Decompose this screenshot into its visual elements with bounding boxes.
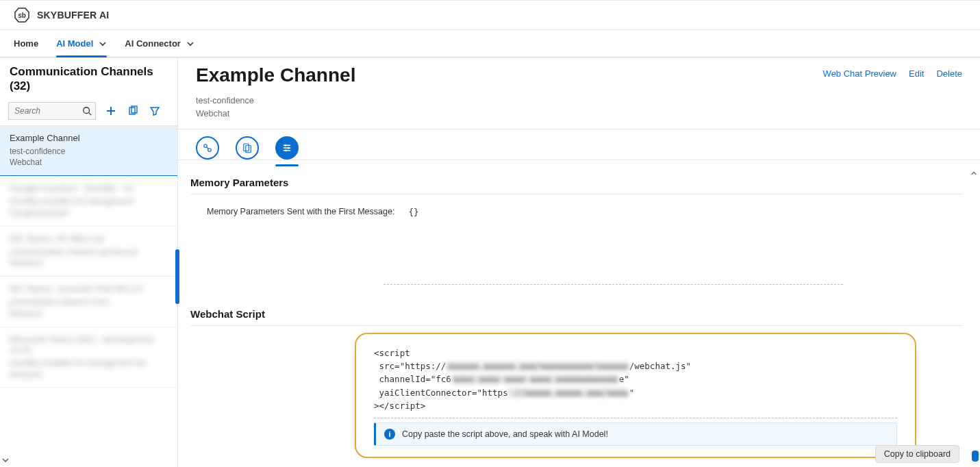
chevron-down-icon	[186, 40, 194, 48]
filter-icon[interactable]	[148, 104, 162, 118]
svg-text:sb: sb	[18, 12, 26, 19]
list-item-title: Example Channel	[10, 133, 168, 143]
list-item-sub: Webchat	[10, 157, 168, 168]
info-icon: i	[384, 429, 395, 440]
list-item-sub: shortlify-unstable-int-management-de	[10, 357, 168, 369]
list-item[interactable]: MS Teams: AP MEA-ext communication-mteam…	[0, 227, 177, 277]
brand-name: SKYBUFFER AI	[37, 10, 109, 21]
copy-icon[interactable]	[126, 104, 140, 118]
webchat-preview-link[interactable]: Web Chat Preview	[823, 68, 896, 79]
documents-tab[interactable]	[236, 136, 259, 160]
nav-ai-connector-label: AI Connector	[125, 38, 181, 49]
list-item-sub: communication-mteams-apmea-ext	[10, 247, 168, 258]
memory-params-label: Memory Parameters Sent with the First Me…	[207, 207, 394, 216]
memory-params-value: {}	[408, 207, 418, 217]
list-item-sub: Msteams	[10, 308, 168, 320]
nav-ai-model-label: AI Model	[56, 38, 93, 49]
nav-home-label: Home	[14, 38, 38, 49]
channel-list[interactable]: Example Channel test-confidence Webchat …	[0, 126, 177, 468]
main-region: Communication Channels (32) Example C	[0, 58, 980, 467]
svg-rect-11	[244, 144, 249, 151]
page-meta: test-confidence Webchat	[196, 94, 355, 121]
page-actions: Web Chat Preview Edit Delete	[823, 64, 962, 79]
list-item[interactable]: Example Channel test-confidence Webchat	[0, 126, 177, 177]
content-panel: Example Channel test-confidence Webchat …	[178, 58, 980, 467]
list-item-sub: Msteams	[10, 369, 168, 381]
nav-ai-connector[interactable]: AI Connector	[125, 30, 194, 57]
svg-point-18	[285, 149, 287, 151]
scrollbar-thumb[interactable]	[972, 451, 979, 462]
list-item-sub: Msteams	[10, 257, 168, 269]
list-item-title: Microsoft Teams (DE) · development-us-in…	[10, 334, 168, 355]
settings-tab[interactable]	[275, 136, 299, 160]
copy-to-clipboard-button[interactable]: Copy to clipboard	[875, 445, 959, 463]
nav-home[interactable]: Home	[14, 30, 38, 57]
section-header: Webchat Script	[190, 304, 962, 326]
nav-ai-model[interactable]: AI Model	[56, 30, 107, 57]
hint-text: Copy paste the script above, and speak w…	[402, 429, 608, 439]
svg-point-16	[288, 147, 290, 149]
section-divider	[384, 284, 843, 285]
svg-point-2	[84, 107, 90, 113]
svg-rect-12	[246, 145, 251, 153]
search-icon[interactable]	[82, 106, 92, 116]
list-item-title: Google Assistant · Shortlify · Int	[10, 183, 168, 193]
code-divider	[374, 418, 897, 418]
memory-parameters-section: Memory Parameters Memory Parameters Sent…	[178, 167, 980, 223]
page-meta-line1: test-confidence	[196, 96, 254, 105]
add-button[interactable]	[104, 104, 118, 118]
content-header-block: Example Channel test-confidence Webchat …	[178, 58, 980, 129]
integration-tab[interactable]	[196, 136, 219, 160]
sidebar: Communication Channels (32) Example C	[0, 58, 178, 467]
list-item[interactable]: Microsoft Teams (DE) · development-us-in…	[0, 327, 177, 388]
delete-link[interactable]: Delete	[936, 68, 962, 79]
webchat-script-section: Webchat Script <script src="https://aaaa…	[178, 299, 980, 468]
list-item[interactable]: MS Teams: Jumeirah Pilot MS-CC jumeirahp…	[0, 277, 177, 327]
hint-box: i Copy paste the script above, and speak…	[374, 422, 897, 446]
list-item-title: MS Teams: Jumeirah Pilot MS-CC	[10, 283, 168, 294]
list-item[interactable]: Google Assistant · Shortlify · Int short…	[0, 176, 177, 227]
svg-point-14	[284, 144, 286, 146]
edit-link[interactable]: Edit	[909, 68, 924, 79]
script-code[interactable]: <script src="https://aaaaaa.aaaaaa.aaa/a…	[374, 346, 897, 413]
sidebar-title-line1: Communication Channels	[10, 65, 153, 78]
page-meta-line2: Webchat	[196, 109, 229, 118]
list-item-sub: jumeirahpilot-mteams-mscc	[10, 296, 168, 308]
list-item-sub: Googleassistant	[10, 207, 168, 219]
search-wrap	[8, 102, 96, 120]
sidebar-toolbar	[0, 98, 177, 126]
chevron-up-icon[interactable]	[969, 170, 979, 177]
memory-params-row: Memory Parameters Sent with the First Me…	[190, 201, 962, 223]
svg-line-3	[89, 112, 92, 115]
brand-logo-icon: sb	[14, 7, 30, 23]
chevron-down-icon	[99, 40, 107, 48]
script-callout: <script src="https://aaaaaa.aaaaaa.aaa/a…	[355, 333, 916, 459]
page-title: Example Channel	[196, 64, 355, 86]
svg-line-10	[207, 147, 209, 149]
sidebar-title: Communication Channels (32)	[0, 58, 177, 98]
list-item-sub: shortlify-unstable-int-management	[10, 196, 168, 207]
app-header: sb SKYBUFFER AI	[0, 0, 980, 30]
content-scroll[interactable]: Memory Parameters Memory Parameters Sent…	[178, 167, 980, 468]
section-header: Memory Parameters	[190, 173, 962, 194]
main-nav: Home AI Model AI Connector	[0, 30, 980, 58]
list-item-sub: test-confidence	[10, 146, 168, 157]
chevron-down-icon[interactable]	[0, 455, 11, 466]
sidebar-title-count: (32)	[10, 79, 30, 92]
list-item-title: MS Teams: AP MEA-ext	[10, 233, 168, 244]
tab-row	[178, 129, 980, 160]
